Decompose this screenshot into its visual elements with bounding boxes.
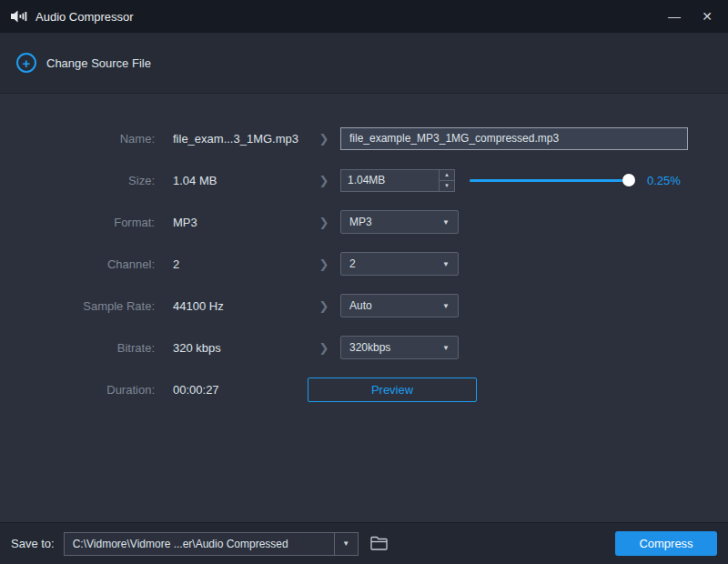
channel-label: Channel: — [0, 257, 155, 271]
row-format: Format: MP3 ❯ MP3 ▼ — [0, 201, 728, 243]
size-current-value: 1.04 MB — [155, 174, 308, 187]
minimize-button[interactable]: — — [659, 4, 690, 29]
browse-folder-button[interactable] — [368, 534, 390, 553]
bitrate-control: 320kbps ▼ — [340, 336, 728, 359]
caret-down-icon: ▼ — [442, 344, 450, 352]
speaker-icon — [11, 10, 27, 23]
sample-rate-current-value: 44100 Hz — [155, 299, 308, 313]
size-increment-button[interactable]: ▲ — [440, 170, 454, 180]
window-title: Audio Compressor — [35, 10, 134, 24]
save-path-caret-button[interactable]: ▼ — [334, 533, 358, 555]
duration-control: Preview — [340, 378, 728, 402]
channel-current-value: 2 — [155, 257, 308, 271]
slider-fill — [470, 179, 629, 182]
source-header: + Change Source File — [0, 33, 728, 94]
format-current-value: MP3 — [155, 216, 308, 229]
duration-label: Duration: — [0, 383, 155, 397]
format-control: MP3 ▼ — [340, 210, 728, 234]
row-channel: Channel: 2 ❯ 2 ▼ — [0, 243, 728, 285]
target-size-input[interactable] — [341, 170, 439, 191]
window-controls: — ✕ — [659, 4, 723, 29]
size-label: Size: — [0, 174, 155, 187]
channel-control: 2 ▼ — [340, 252, 728, 276]
size-spinner: ▲ ▼ — [439, 170, 454, 191]
size-slider[interactable] — [470, 174, 635, 186]
bitrate-label: Bitrate: — [0, 341, 155, 355]
preview-button[interactable]: Preview — [308, 378, 477, 402]
name-current-value: file_exam...3_1MG.mp3 — [155, 132, 308, 146]
size-percent-label: 0.25% — [647, 174, 681, 187]
row-name: Name: file_exam...3_1MG.mp3 ❯ — [0, 117, 728, 159]
change-source-file-button[interactable]: + Change Source File — [16, 53, 151, 73]
audio-compressor-window: Audio Compressor — ✕ + Change Source Fil… — [0, 0, 728, 564]
caret-down-icon: ▼ — [442, 218, 450, 227]
chevron-right-icon: ❯ — [308, 341, 340, 355]
size-control: ▲ ▼ 0.25% — [340, 169, 728, 192]
chevron-right-icon: ❯ — [308, 216, 340, 229]
save-to-label: Save to: — [11, 537, 55, 550]
channel-selected-value: 2 — [349, 257, 356, 270]
output-name-input[interactable] — [340, 127, 688, 150]
caret-down-icon: ▼ — [342, 539, 349, 548]
footer-bar: Save to: ▼ Compress — [0, 522, 728, 564]
row-duration: Duration: 00:00:27 Preview — [0, 368, 728, 410]
chevron-right-icon: ❯ — [308, 299, 340, 313]
settings-panel: Name: file_exam...3_1MG.mp3 ❯ Size: 1.04… — [0, 94, 728, 522]
row-sample-rate: Sample Rate: 44100 Hz ❯ Auto ▼ — [0, 285, 728, 327]
caret-down-icon: ▼ — [442, 260, 450, 268]
row-size: Size: 1.04 MB ❯ ▲ ▼ 0.25% — [0, 159, 728, 201]
sample-rate-control: Auto ▼ — [340, 294, 728, 317]
sample-rate-label: Sample Rate: — [0, 299, 155, 313]
chevron-right-icon: ❯ — [308, 257, 340, 271]
format-selected-value: MP3 — [349, 216, 372, 228]
slider-handle[interactable] — [622, 174, 635, 186]
format-label: Format: — [0, 216, 155, 229]
target-size-spinbox: ▲ ▼ — [340, 169, 455, 192]
folder-icon — [369, 536, 389, 551]
bitrate-dropdown[interactable]: 320kbps ▼ — [340, 336, 459, 359]
sample-rate-selected-value: Auto — [349, 299, 372, 312]
name-control — [340, 127, 728, 150]
save-path-input[interactable] — [65, 533, 334, 555]
chevron-right-icon: ❯ — [308, 132, 340, 146]
bitrate-current-value: 320 kbps — [155, 341, 308, 355]
slider-track — [470, 179, 635, 182]
channel-dropdown[interactable]: 2 ▼ — [340, 252, 459, 276]
chevron-right-icon: ❯ — [308, 174, 340, 187]
duration-current-value: 00:00:27 — [155, 383, 308, 397]
change-source-label: Change Source File — [46, 56, 151, 70]
sample-rate-dropdown[interactable]: Auto ▼ — [340, 294, 459, 317]
size-decrement-button[interactable]: ▼ — [440, 180, 454, 191]
format-dropdown[interactable]: MP3 ▼ — [340, 210, 459, 234]
row-bitrate: Bitrate: 320 kbps ❯ 320kbps ▼ — [0, 327, 728, 368]
plus-circle-icon: + — [16, 53, 36, 73]
close-button[interactable]: ✕ — [692, 4, 723, 29]
save-path-combo: ▼ — [64, 532, 359, 556]
titlebar: Audio Compressor — ✕ — [0, 0, 728, 33]
name-label: Name: — [0, 132, 155, 146]
compress-button[interactable]: Compress — [615, 531, 717, 556]
caret-down-icon: ▼ — [442, 302, 450, 310]
bitrate-selected-value: 320kbps — [349, 341, 390, 354]
